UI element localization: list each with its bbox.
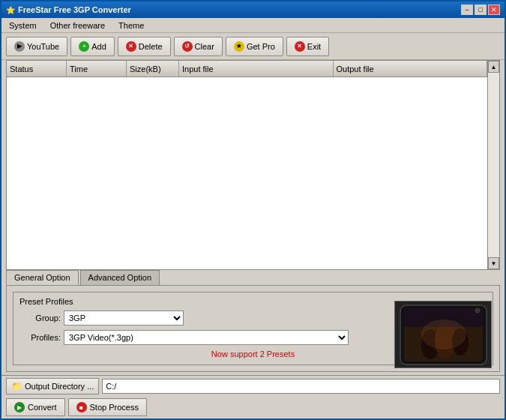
title-bar-controls: − □ ✕ (461, 4, 500, 15)
getpro-icon: ★ (234, 41, 244, 52)
convert-icon: ▶ (14, 402, 25, 412)
output-dir-bar: 📁 Output Directory ... (1, 375, 505, 396)
tabs: General Option Advanced Option (6, 270, 500, 285)
convert-button[interactable]: ▶ Convert (6, 398, 65, 416)
folder-icon: 📁 (11, 381, 22, 392)
stop-label: Stop Process (90, 403, 139, 412)
output-directory-button[interactable]: 📁 Output Directory ... (6, 378, 99, 394)
main-window: ⭐ FreeStar Free 3GP Converter − □ ✕ Syst… (0, 0, 506, 420)
tab-advanced[interactable]: Advanced Option (80, 270, 160, 285)
menu-other-freeware[interactable]: Other freeware (46, 20, 109, 31)
youtube-label: YouTube (27, 42, 59, 51)
add-label: Add (91, 42, 106, 51)
scrollbar-vertical[interactable]: ▲ ▼ (487, 61, 499, 269)
scroll-track[interactable] (488, 73, 499, 257)
tab-content: Preset Profiles Group: 3GP Profiles: 3GP… (6, 285, 500, 372)
maximize-button[interactable]: □ (475, 4, 487, 15)
clear-label: Clear (195, 42, 214, 51)
scroll-up-arrow[interactable]: ▲ (488, 61, 499, 73)
options-area: General Option Advanced Option Preset Pr… (6, 270, 500, 372)
group-label: Group: (19, 314, 61, 322)
exit-icon: ✕ (295, 41, 305, 52)
menu-theme[interactable]: Theme (114, 20, 148, 31)
exit-label: Exit (307, 42, 321, 51)
add-icon: + (79, 41, 89, 52)
menu-system[interactable]: System (4, 20, 41, 31)
col-header-status: Status (7, 61, 67, 76)
delete-icon: ✕ (126, 41, 136, 52)
file-list-container: Status Time Size(kB) Input file Output f… (6, 60, 500, 270)
getpro-button[interactable]: ★ Get Pro (226, 37, 283, 56)
col-header-input: Input file (179, 61, 334, 76)
toolbar: ▶ YouTube + Add ✕ Delete ↺ Clear ★ Get P… (1, 33, 505, 60)
output-path-input[interactable] (102, 379, 500, 394)
svg-point-8 (475, 308, 480, 313)
youtube-button[interactable]: ▶ YouTube (6, 37, 67, 56)
add-button[interactable]: + Add (70, 37, 115, 56)
convert-label: Convert (28, 403, 57, 412)
scroll-down-arrow[interactable]: ▼ (488, 257, 499, 269)
delete-label: Delete (139, 42, 163, 51)
delete-button[interactable]: ✕ Delete (118, 37, 171, 56)
col-header-time: Time (67, 61, 127, 76)
col-header-size: Size(kB) (127, 61, 179, 76)
file-list-scroll: Status Time Size(kB) Input file Output f… (7, 61, 499, 269)
stop-icon: ■ (76, 402, 87, 412)
title-bar-left: ⭐ FreeStar Free 3GP Converter (6, 5, 131, 14)
window-title: FreeStar Free 3GP Converter (18, 5, 131, 14)
svg-point-7 (421, 320, 466, 350)
group-select[interactable]: 3GP (64, 310, 184, 326)
getpro-label: Get Pro (247, 42, 275, 51)
profiles-label: Profiles: (19, 333, 61, 342)
minimize-button[interactable]: − (461, 4, 473, 15)
tab-general[interactable]: General Option (6, 270, 79, 285)
close-button[interactable]: ✕ (488, 4, 500, 15)
youtube-icon: ▶ (14, 41, 25, 52)
col-header-output: Output file (334, 61, 488, 76)
profiles-select[interactable]: 3GP Video(*.3gp) (64, 330, 349, 345)
stop-process-button[interactable]: ■ Stop Process (68, 398, 147, 416)
output-dir-label: Output Directory ... (25, 382, 94, 391)
clear-button[interactable]: ↺ Clear (174, 37, 223, 56)
device-preview (394, 301, 492, 368)
exit-button[interactable]: ✕ Exit (286, 37, 329, 56)
action-bar: ▶ Convert ■ Stop Process (1, 396, 505, 418)
menu-bar: System Other freeware Theme (1, 18, 505, 33)
title-bar: ⭐ FreeStar Free 3GP Converter − □ ✕ (1, 2, 505, 18)
file-list-inner: Status Time Size(kB) Input file Output f… (7, 61, 487, 269)
file-list-body[interactable] (7, 77, 487, 216)
device-svg (397, 303, 490, 367)
file-list-header: Status Time Size(kB) Input file Output f… (7, 61, 487, 77)
clear-icon: ↺ (182, 41, 193, 52)
